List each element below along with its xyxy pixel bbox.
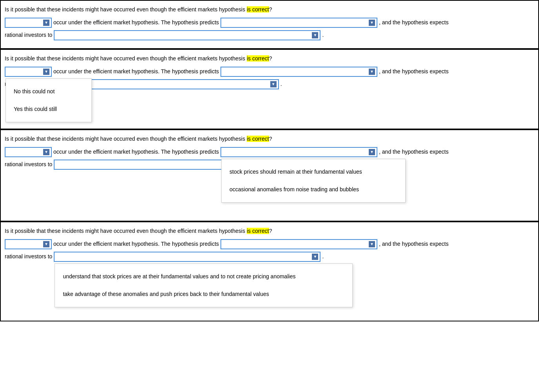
dropdown-1-2-arrow[interactable]: ▼ — [369, 20, 375, 26]
and-text-4: , and the hypothesis expects — [379, 239, 448, 249]
dropdown-2-1-popup: No this could not Yes this could still — [5, 78, 92, 122]
dropdown-2-3-arrow[interactable]: ▼ — [270, 81, 277, 87]
occur-text-4: occur under the efficient market hypothe… — [53, 239, 219, 249]
popup-2-1-item-1[interactable]: No this could not — [6, 83, 91, 100]
answer-row-1-b: rational investors to ▼ . — [5, 30, 534, 40]
period-2: . — [280, 79, 282, 89]
dropdown-3-2[interactable]: ▼ stock prices should remain at their fu… — [220, 147, 377, 157]
question-4: Is it possible that these incidents migh… — [5, 227, 534, 235]
dropdown-3-2-popup: stock prices should remain at their fund… — [221, 159, 406, 203]
occur-text-2: occur under the efficient market hypothe… — [53, 67, 219, 76]
highlight-2: is correct — [247, 55, 269, 62]
occur-text-1: occur under the efficient market hypothe… — [53, 18, 219, 27]
occur-text-3: occur under the efficient market hypothe… — [53, 147, 219, 157]
period-1: . — [322, 30, 324, 40]
period-4: . — [322, 252, 324, 261]
section-3: Is it possible that these incidents migh… — [0, 129, 539, 221]
dropdown-2-2-arrow[interactable]: ▼ — [369, 69, 375, 75]
dropdown-4-1[interactable]: ▼ — [5, 239, 52, 249]
popup-4-3-item-2[interactable]: take advantage of these anomalies and pu… — [55, 285, 352, 303]
highlight-1: is correct — [247, 6, 269, 13]
dropdown-3-1[interactable]: ▼ — [5, 147, 52, 157]
dropdown-4-3[interactable]: ▼ understand that stock prices are at th… — [54, 252, 320, 262]
question-1: Is it possible that these incidents migh… — [5, 5, 534, 14]
rational-label-3: rational investors to — [5, 160, 52, 169]
popup-3-2-item-2[interactable]: occasional anomalies from noise trading … — [222, 181, 405, 198]
answer-row-4-b: rational investors to ▼ understand that … — [5, 252, 534, 262]
popup-2-1-item-2[interactable]: Yes this could still — [6, 100, 91, 118]
question-2: Is it possible that these incidents migh… — [5, 54, 534, 63]
section-4: Is it possible that these incidents migh… — [0, 221, 539, 321]
and-text-3: , and the hypothesis expects — [379, 147, 448, 157]
answer-row-2-a: ▼ No this could not Yes this could still… — [5, 67, 534, 77]
rational-label-1: rational investors to — [5, 30, 52, 40]
dropdown-4-3-popup: understand that stock prices are at thei… — [55, 263, 353, 307]
highlight-3: is correct — [247, 136, 269, 142]
popup-4-3-item-1[interactable]: understand that stock prices are at thei… — [55, 268, 352, 285]
highlight-4: is correct — [247, 228, 269, 234]
answer-row-4-a: ▼ occur under the efficient market hypot… — [5, 239, 534, 249]
dropdown-1-3[interactable]: ▼ — [54, 30, 320, 40]
question-3: Is it possible that these incidents migh… — [5, 135, 534, 143]
dropdown-1-1-arrow[interactable]: ▼ — [43, 20, 49, 26]
dropdown-4-2-arrow[interactable]: ▼ — [369, 241, 375, 247]
popup-3-2-item-1[interactable]: stock prices should remain at their fund… — [222, 163, 405, 181]
dropdown-1-2[interactable]: ▼ — [220, 18, 377, 28]
and-text-2: , and the hypothesis expects — [379, 67, 448, 76]
answer-row-1-a: ▼ occur under the efficient market hypot… — [5, 18, 534, 28]
section-1: Is it possible that these incidents migh… — [0, 0, 539, 49]
dropdown-3-1-arrow[interactable]: ▼ — [43, 149, 49, 155]
answer-row-3-a: ▼ occur under the efficient market hypot… — [5, 147, 534, 157]
dropdown-4-1-arrow[interactable]: ▼ — [43, 241, 49, 247]
dropdown-3-2-arrow[interactable]: ▼ — [369, 149, 375, 155]
dropdown-4-2[interactable]: ▼ — [220, 239, 377, 249]
dropdown-2-1[interactable]: ▼ No this could not Yes this could still — [5, 67, 52, 77]
section-2: Is it possible that these incidents migh… — [0, 49, 539, 129]
dropdown-2-1-arrow[interactable]: ▼ — [43, 69, 49, 75]
dropdown-4-3-arrow[interactable]: ▼ — [312, 254, 318, 260]
dropdown-2-2[interactable]: ▼ — [220, 67, 377, 77]
dropdown-1-1[interactable]: ▼ — [5, 18, 52, 28]
and-text-1: , and the hypothesis expects — [379, 18, 448, 27]
dropdown-1-3-arrow[interactable]: ▼ — [312, 32, 318, 38]
rational-label-4: rational investors to — [5, 252, 52, 261]
